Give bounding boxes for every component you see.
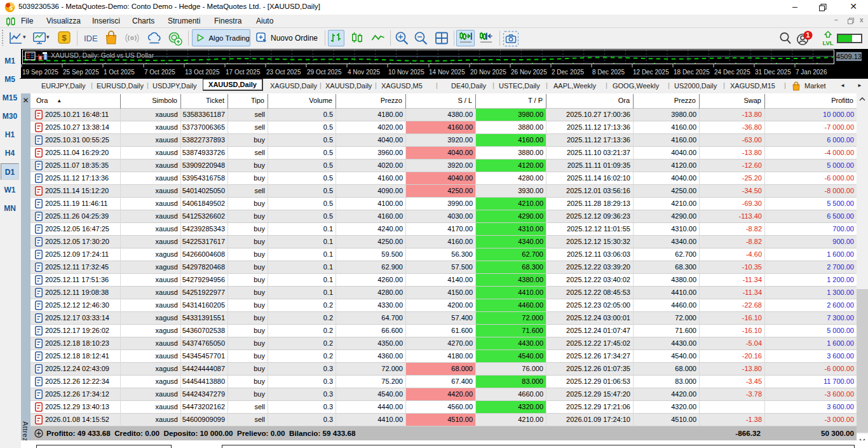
- svg-text:20 Nov 2025: 20 Nov 2025: [470, 69, 506, 76]
- svg-text:5: 5: [10, 4, 13, 11]
- svg-text:17 Oct 2025: 17 Oct 2025: [226, 69, 261, 76]
- svg-text:13 Oct 2025: 13 Oct 2025: [185, 69, 220, 76]
- svg-text:14 Nov 2025: 14 Nov 2025: [429, 69, 465, 76]
- svg-text:25 Sep 2025: 25 Sep 2025: [63, 69, 99, 76]
- svg-text:31 Dec 2025: 31 Dec 2025: [755, 69, 791, 76]
- svg-text:7 Oct 2025: 7 Oct 2025: [144, 69, 175, 76]
- svg-text:18 Dec 2025: 18 Dec 2025: [674, 69, 710, 76]
- svg-text:10 Nov 2025: 10 Nov 2025: [388, 69, 424, 76]
- svg-text:$: $: [62, 33, 67, 43]
- svg-text:26 Nov 2025: 26 Nov 2025: [511, 69, 547, 76]
- svg-text:29 Oct 2025: 29 Oct 2025: [307, 69, 342, 76]
- svg-text:23 Oct 2025: 23 Oct 2025: [266, 69, 301, 76]
- svg-text:4509.13: 4509.13: [836, 53, 862, 60]
- svg-text:24 Dec 2025: 24 Dec 2025: [714, 69, 750, 76]
- svg-text:1 Oct 2025: 1 Oct 2025: [104, 69, 135, 76]
- svg-text:1: 1: [806, 31, 810, 39]
- svg-text:4 Nov 2025: 4 Nov 2025: [348, 69, 381, 76]
- svg-text:2 Dec 2025: 2 Dec 2025: [552, 69, 585, 76]
- svg-text:XAUUSD, Daily: Gold vs US Dol: XAUUSD, Daily: Gold vs US Dollar: [51, 51, 154, 59]
- svg-text:19 Sep 2025: 19 Sep 2025: [22, 69, 58, 76]
- svg-text:7 Jan 2026: 7 Jan 2026: [796, 69, 827, 76]
- svg-text:12 Dec 2025: 12 Dec 2025: [633, 69, 669, 76]
- svg-text:8 Dec 2025: 8 Dec 2025: [592, 69, 625, 76]
- svg-text:LVL: LVL: [822, 39, 833, 46]
